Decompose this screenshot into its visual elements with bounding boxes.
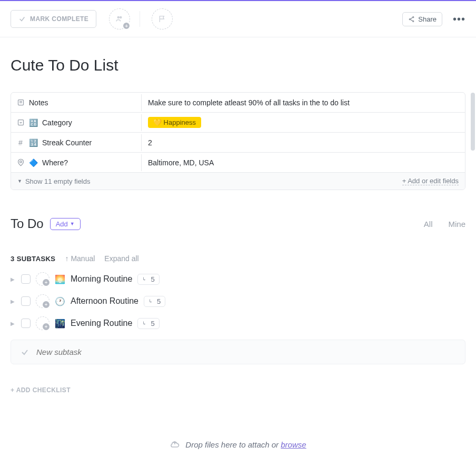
scrollbar[interactable] bbox=[471, 93, 475, 151]
subtask-icon bbox=[148, 298, 155, 304]
add-checklist-button[interactable]: + ADD CHECKLIST bbox=[11, 386, 465, 394]
page-title[interactable]: Cute To Do List bbox=[11, 56, 465, 74]
checkbox[interactable] bbox=[21, 296, 31, 306]
svg-rect-10 bbox=[18, 120, 23, 125]
subtask-row[interactable]: ▶ 🌃 Evening Routine 5 bbox=[11, 316, 465, 330]
field-row-where[interactable]: 🔷 Where? Baltimore, MD, USA bbox=[11, 153, 465, 173]
checkbox[interactable] bbox=[21, 319, 31, 328]
subtask-list: ▶ 🌅 Morning Routine 5 ▶ 🕐 Afternoon Rout… bbox=[11, 272, 465, 330]
file-dropzone[interactable]: Drop files here to attach or browse bbox=[0, 432, 476, 457]
subtask-name[interactable]: Morning Routine bbox=[71, 274, 132, 284]
svg-point-1 bbox=[120, 16, 122, 19]
number-icon: # bbox=[16, 138, 25, 147]
svg-point-4 bbox=[413, 21, 414, 22]
cloud-upload-icon bbox=[170, 439, 180, 450]
sort-button[interactable]: ↑ Manual bbox=[65, 254, 95, 263]
field-value[interactable]: 2 bbox=[142, 134, 465, 151]
subtask-icon bbox=[142, 276, 148, 282]
subtask-info-bar: 3 SUBTASKS ↑ Manual Expand all bbox=[11, 254, 465, 263]
plus-icon: + bbox=[122, 22, 131, 30]
chevron-down-icon: ▼ bbox=[70, 221, 75, 226]
field-row-category[interactable]: 🔠 Category 💛 Happiness bbox=[11, 113, 465, 133]
svg-point-2 bbox=[413, 16, 414, 17]
field-label: Where? bbox=[42, 158, 68, 167]
count-value: 5 bbox=[157, 297, 161, 305]
field-label: Category bbox=[42, 118, 72, 127]
subtask-name[interactable]: Evening Routine bbox=[71, 319, 132, 328]
fields-footer: ▼ Show 11 empty fields + Add or edit fie… bbox=[11, 173, 465, 190]
mark-complete-button[interactable]: MARK COMPLETE bbox=[11, 10, 96, 28]
notes-icon bbox=[16, 98, 25, 106]
more-menu-button[interactable]: ••• bbox=[453, 13, 465, 25]
expand-caret[interactable]: ▶ bbox=[11, 299, 16, 304]
section-title: To Do bbox=[11, 216, 44, 231]
expand-caret[interactable]: ▶ bbox=[11, 276, 16, 282]
mark-complete-label: MARK COMPLETE bbox=[30, 15, 88, 23]
new-subtask-input[interactable] bbox=[36, 347, 455, 356]
field-row-streak[interactable]: # 🔢 Streak Counter 2 bbox=[11, 133, 465, 153]
field-label: Streak Counter bbox=[42, 138, 92, 147]
check-icon bbox=[18, 15, 26, 23]
sort-label: Manual bbox=[71, 254, 95, 263]
add-assignees-button[interactable]: + bbox=[109, 8, 130, 29]
field-value[interactable]: Baltimore, MD, USA bbox=[142, 154, 465, 171]
assignee-button[interactable] bbox=[36, 272, 49, 286]
subtask-icon bbox=[142, 320, 148, 326]
share-label: Share bbox=[418, 15, 437, 23]
field-value[interactable]: Make sure to complete atleast 90% of all… bbox=[142, 94, 465, 111]
assignee-button[interactable] bbox=[36, 316, 49, 330]
share-button[interactable]: Share bbox=[402, 12, 442, 26]
show-empty-fields-button[interactable]: ▼ Show 11 empty fields bbox=[17, 177, 91, 185]
filter-mine[interactable]: Mine bbox=[448, 220, 465, 228]
divider bbox=[140, 11, 140, 27]
expand-caret[interactable]: ▶ bbox=[11, 321, 16, 326]
svg-point-11 bbox=[19, 161, 22, 163]
checkbox[interactable] bbox=[21, 274, 31, 284]
assignee-button[interactable] bbox=[36, 294, 49, 308]
subtask-emoji: 🕐 bbox=[55, 296, 65, 306]
chevron-down-icon: ▼ bbox=[17, 178, 22, 184]
subtask-count-badge[interactable]: 5 bbox=[137, 318, 159, 329]
svg-point-0 bbox=[117, 16, 120, 19]
filter-all[interactable]: All bbox=[424, 220, 433, 228]
subtask-emoji: 🌃 bbox=[55, 319, 65, 329]
count-value: 5 bbox=[151, 275, 154, 283]
svg-point-3 bbox=[409, 18, 410, 19]
subtask-count-badge[interactable]: 5 bbox=[137, 274, 159, 285]
subtask-count: 3 SUBTASKS bbox=[11, 255, 55, 263]
flag-icon bbox=[158, 15, 166, 23]
show-empty-label: Show 11 empty fields bbox=[25, 177, 91, 185]
subtask-emoji: 🌅 bbox=[55, 274, 65, 284]
section-header: To Do Add ▼ All Mine bbox=[11, 216, 465, 231]
subtask-count-badge[interactable]: 5 bbox=[144, 296, 165, 307]
share-icon bbox=[408, 16, 415, 23]
check-icon bbox=[21, 348, 29, 356]
content-area: Cute To Do List Notes Make sure to compl… bbox=[0, 37, 476, 394]
svg-line-6 bbox=[411, 19, 413, 21]
field-emoji: 🔢 bbox=[29, 138, 38, 147]
new-subtask-row[interactable] bbox=[11, 340, 465, 364]
expand-all-button[interactable]: Expand all bbox=[104, 254, 138, 263]
category-tag[interactable]: 💛 Happiness bbox=[148, 117, 201, 128]
arrow-up-icon: ↑ bbox=[65, 254, 68, 263]
dropzone-text: Drop files here to attach or browse bbox=[185, 440, 306, 449]
subtask-name[interactable]: Afternoon Routine bbox=[71, 296, 138, 306]
add-label: Add bbox=[56, 220, 68, 228]
field-row-notes[interactable]: Notes Make sure to complete atleast 90% … bbox=[11, 93, 465, 113]
add-edit-fields-button[interactable]: + Add or edit fields bbox=[402, 177, 459, 185]
browse-link[interactable]: browse bbox=[281, 440, 306, 449]
count-value: 5 bbox=[151, 320, 154, 327]
field-label: Notes bbox=[29, 98, 48, 107]
set-priority-button[interactable] bbox=[152, 8, 173, 29]
svg-line-5 bbox=[411, 17, 413, 19]
dropdown-icon bbox=[16, 118, 25, 126]
field-emoji: 🔠 bbox=[29, 118, 38, 127]
location-icon bbox=[16, 158, 25, 166]
field-value[interactable]: 💛 Happiness bbox=[142, 113, 465, 132]
add-subtask-button[interactable]: Add ▼ bbox=[50, 218, 81, 230]
toolbar: MARK COMPLETE + Share ••• bbox=[0, 1, 476, 37]
custom-fields-table: Notes Make sure to complete atleast 90% … bbox=[11, 92, 465, 190]
field-emoji: 🔷 bbox=[29, 158, 38, 167]
subtask-row[interactable]: ▶ 🕐 Afternoon Routine 5 bbox=[11, 294, 465, 308]
subtask-row[interactable]: ▶ 🌅 Morning Routine 5 bbox=[11, 272, 465, 286]
